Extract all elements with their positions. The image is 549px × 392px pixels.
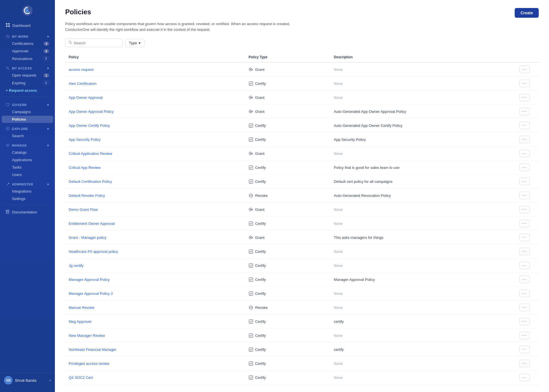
policy-link[interactable]: Jg certify bbox=[69, 263, 83, 268]
row-actions-button[interactable]: ··· bbox=[519, 318, 530, 325]
row-actions-button[interactable]: ··· bbox=[519, 150, 530, 157]
type-cell: Certify bbox=[245, 371, 330, 385]
policy-link[interactable]: Critical Application Review bbox=[69, 151, 112, 156]
sidebar-item-request-access[interactable]: + Request access bbox=[2, 87, 53, 94]
row-actions-button[interactable]: ··· bbox=[519, 94, 530, 101]
policy-link[interactable]: Northeast Financial Manager bbox=[69, 347, 116, 352]
policy-link[interactable]: App Owner Certify Policy bbox=[69, 123, 110, 128]
row-actions-button[interactable]: ··· bbox=[519, 248, 530, 255]
sidebar-item-applications[interactable]: Applications bbox=[2, 156, 53, 163]
policy-link[interactable]: Grant - Manager policy bbox=[69, 235, 106, 240]
policy-link[interactable]: Manual Revoke bbox=[69, 305, 94, 310]
table-row: App Security Policy Certify App Security… bbox=[65, 133, 539, 147]
policy-link[interactable]: Critical App Review bbox=[69, 165, 101, 170]
description-cell: None bbox=[334, 263, 343, 268]
sidebar-item-open-requests[interactable]: Open requests 1 bbox=[2, 72, 53, 79]
row-actions-button[interactable]: ··· bbox=[519, 164, 530, 171]
create-button[interactable]: Create bbox=[515, 8, 539, 18]
policy-link[interactable]: Manager Approval Policy 2 bbox=[69, 291, 113, 296]
policy-link[interactable]: Privileged access review bbox=[69, 361, 109, 366]
row-actions-button[interactable]: ··· bbox=[519, 276, 530, 283]
row-actions-button[interactable]: ··· bbox=[519, 290, 530, 297]
svg-marker-10 bbox=[7, 128, 8, 129]
row-actions-button[interactable]: ··· bbox=[519, 262, 530, 269]
sidebar-child-label: Open requests bbox=[12, 73, 36, 77]
sidebar-header-label: EXPLORE bbox=[12, 127, 28, 131]
sidebar-header-my-work[interactable]: My work ▾ bbox=[2, 32, 53, 40]
search-input[interactable] bbox=[74, 41, 119, 45]
row-actions-button[interactable]: ··· bbox=[519, 192, 530, 199]
sidebar-item-settings[interactable]: Settings bbox=[2, 195, 53, 202]
row-actions-button[interactable]: ··· bbox=[519, 178, 530, 185]
user-menu[interactable]: SB Shruti Banda ▾ bbox=[0, 373, 55, 387]
sidebar-header-label: MANAGE bbox=[12, 144, 27, 147]
sidebar-item-certifications[interactable]: Certifications 3 bbox=[2, 40, 53, 47]
sidebar-item-approvals[interactable]: Approvals 2 bbox=[2, 47, 53, 55]
policy-link[interactable]: New Manager Review bbox=[69, 333, 105, 338]
policy-link[interactable]: Demo Grant Flow bbox=[69, 207, 98, 212]
row-actions-button[interactable]: ··· bbox=[519, 122, 530, 129]
row-actions-button[interactable]: ··· bbox=[519, 234, 530, 241]
row-actions-button[interactable]: ··· bbox=[519, 332, 530, 339]
policy-link[interactable]: Alex Certification bbox=[69, 81, 97, 86]
sidebar-header-manage[interactable]: MANAGE ▾ bbox=[2, 141, 53, 149]
policy-link[interactable]: Q4 SOC2 Cert bbox=[69, 375, 93, 380]
type-cell: Certify bbox=[245, 273, 330, 287]
row-actions-button[interactable]: ··· bbox=[519, 360, 530, 367]
description-cell-wrapper: None bbox=[330, 245, 510, 259]
row-actions-button[interactable]: ··· bbox=[519, 80, 530, 87]
type-label: Certify bbox=[255, 221, 266, 226]
row-actions-button[interactable]: ··· bbox=[519, 136, 530, 143]
sidebar-item-revocations[interactable]: Revocations 0 bbox=[2, 55, 53, 62]
row-actions-button[interactable]: ··· bbox=[519, 206, 530, 213]
sidebar-item-campaigns[interactable]: Campaigns bbox=[2, 108, 53, 115]
sidebar-item-integrations[interactable]: Integrations bbox=[2, 188, 53, 195]
type-cell: Revoke bbox=[245, 301, 330, 315]
actions-cell: ··· bbox=[510, 189, 539, 203]
sidebar-item-dashboard[interactable]: Dashboard bbox=[2, 21, 53, 30]
sidebar-header-explore[interactable]: EXPLORE ▾ bbox=[2, 124, 53, 132]
sidebar-item-users[interactable]: Users bbox=[2, 171, 53, 178]
sidebar-header-administer[interactable]: ADMINISTER ▾ bbox=[2, 180, 53, 188]
sidebar-header-my-access[interactable]: My access ▾ bbox=[2, 64, 53, 72]
sidebar-item-tasks[interactable]: Tasks bbox=[2, 164, 53, 171]
sidebar-item-policies[interactable]: Policies bbox=[2, 116, 53, 123]
policy-link[interactable]: Default Revoke Policy bbox=[69, 193, 105, 198]
chevron-down-icon: ▾ bbox=[47, 103, 49, 107]
sidebar-item-search[interactable]: Search bbox=[2, 132, 53, 139]
sidebar-item-documentation[interactable]: Documentation bbox=[2, 207, 53, 217]
col-header-actions bbox=[510, 52, 539, 62]
policy-link[interactable]: Healthcare PII approval policy bbox=[69, 249, 118, 254]
sidebar-item-expiring[interactable]: Expiring 0 bbox=[2, 79, 53, 87]
type-label: Grant bbox=[255, 95, 264, 100]
type-filter-button[interactable]: Type ▾ bbox=[125, 39, 144, 47]
type-filter-label: Type bbox=[129, 41, 137, 45]
policy-link[interactable]: App Owner Approval bbox=[69, 95, 103, 100]
book-icon bbox=[6, 210, 10, 215]
sidebar-item-catalogs[interactable]: Catalogs bbox=[2, 149, 53, 156]
row-actions-button[interactable]: ··· bbox=[519, 220, 530, 227]
policy-link[interactable]: App Owner Approval Policy bbox=[69, 109, 114, 114]
policy-link[interactable]: access request bbox=[69, 67, 94, 72]
actions-cell: ··· bbox=[510, 91, 539, 105]
search-box[interactable] bbox=[65, 39, 122, 47]
type-cell: Certify bbox=[245, 245, 330, 259]
row-actions-button[interactable]: ··· bbox=[519, 346, 530, 353]
row-actions-button[interactable]: ··· bbox=[519, 108, 530, 115]
policy-link[interactable]: App Security Policy bbox=[69, 137, 101, 142]
row-actions-button[interactable]: ··· bbox=[519, 66, 530, 73]
sidebar-header-govern[interactable]: GOVERN ▾ bbox=[2, 100, 53, 108]
row-actions-button[interactable]: ··· bbox=[519, 374, 530, 381]
policy-cell: Critical Application Review bbox=[65, 147, 245, 161]
type-cell: Grant bbox=[245, 91, 330, 105]
svg-point-19 bbox=[250, 69, 251, 70]
policy-link[interactable]: Meg Approver bbox=[69, 319, 92, 324]
svg-rect-23 bbox=[249, 82, 253, 85]
policy-link[interactable]: Manager Approval Policy bbox=[69, 277, 110, 282]
row-actions-button[interactable]: ··· bbox=[519, 304, 530, 311]
policy-link[interactable]: Default Certification Policy bbox=[69, 179, 112, 184]
type-label: Grant bbox=[255, 207, 264, 212]
policy-link[interactable]: Entitlement Owner Approval bbox=[69, 221, 115, 226]
actions-cell: ··· bbox=[510, 329, 539, 343]
sidebar-child-label: Campaigns bbox=[12, 110, 31, 114]
